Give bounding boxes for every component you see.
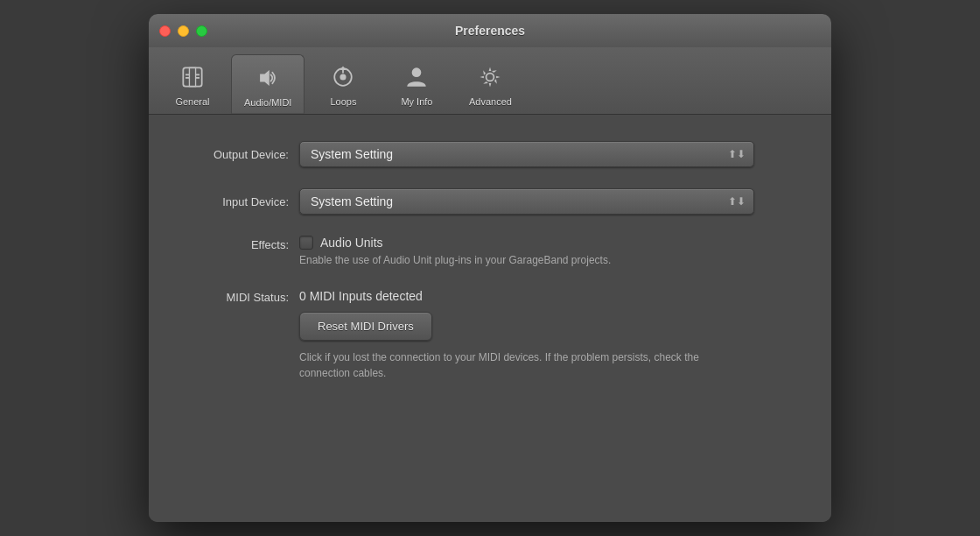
effects-label: Effects: (184, 236, 289, 251)
svg-point-12 (486, 74, 494, 81)
toolbar: General Audio/MIDI (149, 47, 831, 115)
content-area: Output Device: System Setting Built-in O… (149, 115, 831, 522)
svg-point-11 (412, 67, 422, 77)
tab-audio-midi-label: Audio/MIDI (244, 97, 291, 108)
window-title: Preferences (455, 24, 525, 38)
svg-rect-5 (196, 77, 200, 79)
midi-helper-text: Click if you lost the connection to your… (299, 349, 719, 381)
svg-rect-2 (186, 74, 189, 75)
midi-content: 0 MIDI Inputs detected Reset MIDI Driver… (299, 289, 719, 381)
input-device-select-wrapper: System Setting Built-in Input External I… (299, 188, 754, 215)
tab-general-label: General (175, 96, 209, 107)
output-device-select-wrapper: System Setting Built-in Output External … (299, 141, 754, 167)
svg-point-8 (340, 74, 346, 80)
tab-my-info-label: My Info (401, 96, 432, 107)
tab-advanced[interactable]: Advanced (455, 54, 525, 114)
input-device-row: Input Device: System Setting Built-in In… (184, 188, 796, 215)
midi-status-text: 0 MIDI Inputs detected (299, 289, 719, 303)
svg-rect-4 (186, 77, 189, 79)
svg-marker-6 (260, 70, 270, 86)
my-info-icon (401, 61, 432, 93)
tab-loops[interactable]: Loops (308, 54, 378, 114)
midi-status-label: MIDI Status: (184, 289, 289, 304)
tab-audio-midi[interactable]: Audio/MIDI (231, 54, 304, 114)
effects-content: Audio Units Enable the use of Audio Unit… (299, 236, 611, 268)
preferences-window: Preferences General (149, 14, 831, 522)
traffic-lights (159, 25, 207, 37)
tab-loops-label: Loops (330, 96, 356, 107)
output-device-label: Output Device: (184, 148, 289, 161)
reset-midi-button[interactable]: Reset MIDI Drivers (299, 312, 432, 341)
effects-helper-text: Enable the use of Audio Unit plug-ins in… (299, 253, 611, 268)
svg-rect-3 (196, 74, 200, 75)
input-device-label: Input Device: (184, 195, 289, 208)
input-device-select[interactable]: System Setting Built-in Input External I… (299, 188, 754, 215)
close-button[interactable] (159, 25, 171, 37)
tab-advanced-label: Advanced (469, 96, 512, 107)
audio-units-row: Audio Units (299, 236, 611, 250)
advanced-icon (474, 61, 506, 93)
audio-midi-icon (252, 62, 284, 94)
minimize-button[interactable] (178, 25, 189, 37)
title-bar: Preferences (149, 14, 831, 47)
general-icon (177, 61, 208, 93)
svg-rect-1 (189, 67, 195, 86)
effects-row: Effects: Audio Units Enable the use of A… (184, 236, 796, 268)
output-device-row: Output Device: System Setting Built-in O… (184, 141, 796, 167)
loops-icon (327, 61, 359, 93)
midi-row: MIDI Status: 0 MIDI Inputs detected Rese… (184, 289, 796, 381)
maximize-button[interactable] (196, 25, 207, 37)
tab-my-info[interactable]: My Info (382, 54, 452, 114)
audio-units-label: Audio Units (320, 236, 383, 250)
tab-general[interactable]: General (158, 54, 228, 114)
audio-units-checkbox[interactable] (299, 236, 313, 250)
output-device-select[interactable]: System Setting Built-in Output External … (299, 141, 754, 167)
